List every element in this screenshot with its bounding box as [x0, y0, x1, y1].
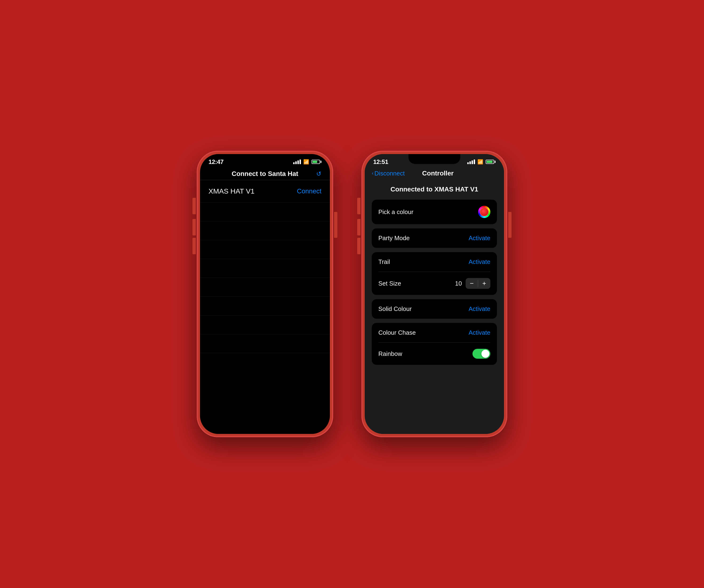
empty-row-5 [200, 278, 330, 297]
notch-2 [408, 154, 460, 164]
signal-icon-2 [467, 159, 475, 164]
rainbow-row: Rainbow [372, 343, 497, 365]
party-mode-row: Party Mode Activate [372, 228, 497, 248]
pick-colour-label: Pick a colour [378, 208, 413, 216]
pick-colour-row: Pick a colour [372, 200, 497, 224]
pick-colour-card: Pick a colour [372, 200, 497, 224]
connect-button[interactable]: Connect [297, 187, 321, 195]
solid-colour-row: Solid Colour Activate [372, 299, 497, 319]
colour-chase-row: Colour Chase Activate [372, 323, 497, 342]
phone-1-screen: 12:47 📶 [200, 154, 330, 434]
party-mode-activate-button[interactable]: Activate [469, 235, 490, 242]
toggle-thumb [481, 350, 489, 358]
back-label[interactable]: Disconnect [374, 170, 405, 177]
controller-content: Connected to XMAS HAT V1 Pick a colour P… [365, 181, 504, 374]
colour-chase-activate-button[interactable]: Activate [469, 329, 490, 336]
colour-picker-button[interactable] [478, 206, 490, 218]
empty-row-6 [200, 297, 330, 315]
set-size-row: Set Size 10 − + [372, 272, 497, 295]
trail-label: Trail [378, 258, 390, 266]
stepper-plus-button[interactable]: + [478, 278, 490, 289]
phone-1: 12:47 📶 [197, 151, 333, 437]
notch-1 [239, 154, 291, 164]
party-mode-label: Party Mode [378, 235, 410, 242]
solid-colour-label: Solid Colour [378, 305, 412, 313]
solid-colour-activate-button[interactable]: Activate [469, 305, 490, 313]
connected-title: Connected to XMAS HAT V1 [372, 186, 497, 193]
empty-row-4 [200, 259, 330, 278]
wifi-icon-1: 📶 [303, 159, 309, 165]
stepper-minus-button[interactable]: − [466, 278, 478, 289]
nav-title-2: Controller [422, 170, 454, 177]
solid-colour-card: Solid Colour Activate [372, 299, 497, 319]
device-list: XMAS HAT V1 Connect [200, 180, 330, 353]
time-2: 12:51 [373, 158, 388, 166]
trail-card: Trail Activate Set Size 10 − + [372, 252, 497, 295]
nav-bar-1: Connect to Santa Hat ↺ [200, 168, 330, 180]
colour-circle-inner [480, 207, 489, 216]
wifi-icon-2: 📶 [477, 159, 483, 165]
status-icons-2: 📶 [467, 159, 495, 165]
nav-bar-2: ‹ Disconnect Controller [365, 168, 504, 181]
device-name: XMAS HAT V1 [209, 187, 254, 195]
empty-list-area [200, 202, 330, 353]
disconnect-button[interactable]: ‹ Disconnect [372, 170, 405, 177]
empty-row-8 [200, 334, 330, 353]
phone-2-screen: 12:51 📶 [365, 154, 504, 434]
size-stepper-group: 10 − + [455, 278, 490, 289]
rainbow-toggle[interactable] [472, 349, 490, 359]
size-stepper: − + [466, 278, 490, 289]
rainbow-label: Rainbow [378, 350, 402, 357]
empty-row-7 [200, 315, 330, 334]
empty-row-3 [200, 240, 330, 259]
battery-1 [311, 160, 321, 164]
battery-2 [486, 160, 495, 164]
chevron-left-icon: ‹ [372, 170, 373, 176]
size-value: 10 [455, 280, 462, 287]
refresh-icon[interactable]: ↺ [316, 170, 321, 178]
empty-row-1 [200, 202, 330, 221]
nav-title-1: Connect to Santa Hat [232, 170, 298, 178]
trail-activate-button[interactable]: Activate [469, 258, 490, 266]
status-icons-1: 📶 [293, 159, 321, 165]
phone-2: 12:51 📶 [361, 151, 507, 437]
time-1: 12:47 [209, 158, 224, 166]
party-mode-card: Party Mode Activate [372, 228, 497, 248]
colour-chase-card: Colour Chase Activate Rainbow [372, 323, 497, 365]
set-size-label: Set Size [378, 280, 401, 287]
trail-row: Trail Activate [372, 252, 497, 272]
empty-row-2 [200, 221, 330, 240]
device-item: XMAS HAT V1 Connect [200, 180, 330, 202]
signal-icon-1 [293, 159, 301, 164]
colour-chase-label: Colour Chase [378, 329, 416, 336]
